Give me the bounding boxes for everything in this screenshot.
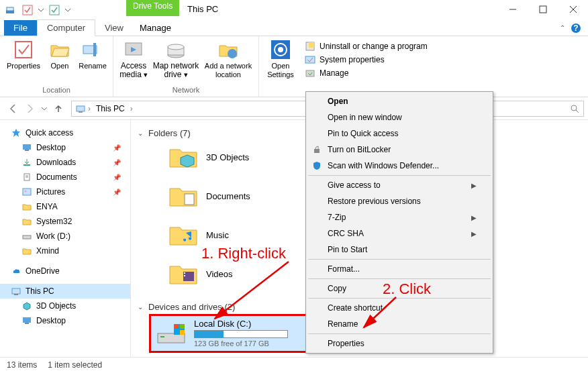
drive-local-disk-c[interactable]: Local Disk (C:) 123 GB free of 177 GB <box>151 315 305 352</box>
open-folder-icon <box>49 39 70 60</box>
documents-icon <box>21 172 32 182</box>
cm-pin-quick-access[interactable]: Pin to Quick access <box>307 125 491 142</box>
svg-rect-32 <box>25 150 29 151</box>
tree-onedrive[interactable]: OneDrive <box>0 264 130 278</box>
svg-rect-37 <box>23 189 31 195</box>
svg-rect-41 <box>14 294 18 295</box>
qat-caret-1-icon[interactable] <box>38 7 44 13</box>
cm-restore-versions[interactable]: Restore previous versions <box>307 193 491 209</box>
add-network-location-button[interactable]: Add a network location <box>202 38 254 79</box>
map-drive-button[interactable]: Map network drive ▾ <box>152 38 199 79</box>
cm-properties[interactable]: Properties <box>307 335 491 352</box>
view-tab[interactable]: View <box>95 20 133 36</box>
cm-separator <box>308 298 491 299</box>
tree-this-pc[interactable]: This PC <box>0 284 130 299</box>
chevron-right-icon[interactable]: › <box>129 104 134 113</box>
tree-work-d[interactable]: Work (D:) <box>0 229 130 244</box>
desktop-icon <box>21 315 32 326</box>
svg-rect-54 <box>180 324 185 329</box>
drive-c-info: Local Disk (C:) 123 GB free of 177 GB <box>194 319 288 348</box>
svg-rect-49 <box>184 275 185 276</box>
nav-forward-button[interactable] <box>21 100 39 117</box>
nav-up-button[interactable] <box>50 100 67 117</box>
svg-rect-26 <box>77 106 85 111</box>
svg-rect-23 <box>309 42 314 48</box>
cm-defender-scan[interactable]: Scan with Windows Defender... <box>307 158 491 174</box>
svg-rect-1 <box>7 7 13 11</box>
svg-rect-53 <box>174 324 179 329</box>
tree-documents[interactable]: Documents📌 <box>0 170 130 184</box>
cm-crc-sha[interactable]: CRC SHA▶ <box>307 225 491 242</box>
collapse-ribbon-icon[interactable]: ⌃ <box>560 24 565 32</box>
downloads-icon <box>21 157 32 168</box>
svg-rect-27 <box>79 111 83 113</box>
cm-open[interactable]: Open <box>307 93 491 109</box>
menu-bar: File Computer View Manage ⌃ ? <box>0 20 588 36</box>
qat-caret-2-icon[interactable] <box>64 7 71 13</box>
minimize-button[interactable] <box>497 0 528 19</box>
manage-tab[interactable]: Manage <box>130 20 181 36</box>
videos-folder-icon <box>167 260 199 287</box>
file-tab[interactable]: File <box>4 20 37 36</box>
chevron-right-icon: ▶ <box>471 230 477 237</box>
svg-rect-31 <box>23 144 31 150</box>
navigation-tree[interactable]: Quick access Desktop📌 Downloads📌 Documen… <box>0 120 131 357</box>
folder-music[interactable]: Music <box>164 219 319 251</box>
tree-downloads[interactable]: Downloads📌 <box>0 155 130 170</box>
uninstall-program-button[interactable]: Uninstall or change a program <box>303 40 429 52</box>
this-pc-icon <box>75 103 87 115</box>
svg-rect-10 <box>15 42 32 58</box>
rename-icon <box>82 39 103 60</box>
properties-button[interactable]: Properties <box>4 38 43 70</box>
tree-system32[interactable]: System32 <box>0 214 130 229</box>
access-media-button[interactable]: Access media ▾ <box>117 38 150 79</box>
qat-properties-icon[interactable] <box>20 3 35 17</box>
cm-create-shortcut[interactable]: Create shortcut <box>307 300 491 316</box>
folder-3d-objects[interactable]: 3D Objects <box>164 141 319 173</box>
svg-rect-46 <box>185 194 194 205</box>
svg-point-21 <box>278 47 283 52</box>
manage-button[interactable]: Manage <box>303 67 429 79</box>
svg-rect-24 <box>305 56 315 63</box>
documents-folder-icon <box>167 182 199 209</box>
close-button[interactable] <box>558 0 588 19</box>
breadcrumb-this-pc[interactable]: This PC <box>92 104 129 113</box>
tree-xmind[interactable]: Xmind <box>0 244 130 258</box>
cm-give-access[interactable]: Give access to▶ <box>307 177 491 193</box>
system-properties-button[interactable]: System properties <box>303 54 429 66</box>
tree-enya[interactable]: ENYA <box>0 199 130 214</box>
tree-3d-objects[interactable]: 3D Objects <box>0 299 130 313</box>
tree-pictures[interactable]: Pictures📌 <box>0 184 130 199</box>
cm-format[interactable]: Format... <box>307 261 491 277</box>
folder-icon <box>21 246 32 256</box>
status-selected-count: 1 item selected <box>48 360 102 370</box>
tree-desktop[interactable]: Desktop📌 <box>0 140 130 155</box>
cm-7zip[interactable]: 7-Zip▶ <box>307 209 491 225</box>
chevron-right-icon[interactable]: › <box>87 104 92 113</box>
cm-rename[interactable]: Rename <box>307 316 491 332</box>
qat-check-icon[interactable] <box>47 3 62 17</box>
nav-history-caret-icon[interactable] <box>39 100 50 117</box>
open-settings-button[interactable]: Open Settings <box>263 38 298 79</box>
shield-icon <box>311 160 322 171</box>
status-item-count: 13 items <box>7 360 37 370</box>
cm-open-new-window[interactable]: Open in new window <box>307 109 491 125</box>
cm-separator <box>308 278 491 279</box>
maximize-button[interactable] <box>528 0 558 19</box>
rename-button[interactable]: Rename <box>77 38 109 70</box>
open-button[interactable]: Open <box>46 38 74 70</box>
cm-bitlocker[interactable]: Turn on BitLocker <box>307 142 491 158</box>
computer-tab[interactable]: Computer <box>37 19 95 36</box>
tree-desktop-2[interactable]: Desktop <box>0 313 130 328</box>
folder-videos[interactable]: Videos <box>164 258 319 290</box>
folder-documents[interactable]: Documents <box>164 180 319 212</box>
nav-back-button[interactable] <box>4 100 21 117</box>
svg-rect-56 <box>180 330 185 335</box>
help-icon[interactable]: ? <box>571 23 581 34</box>
tree-quick-access[interactable]: Quick access <box>0 125 130 140</box>
pin-icon: 📌 <box>113 144 128 152</box>
cm-pin-start[interactable]: Pin to Start <box>307 242 491 258</box>
svg-text:?: ? <box>573 23 578 33</box>
cm-copy[interactable]: Copy <box>307 280 491 297</box>
drive-icon <box>21 231 32 242</box>
